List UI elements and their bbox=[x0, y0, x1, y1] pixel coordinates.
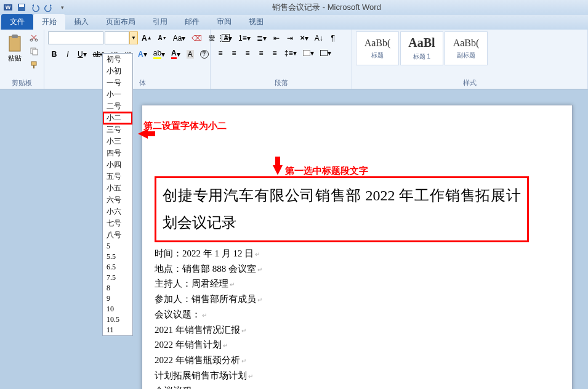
document-line[interactable]: 地点：销售部 888 会议室 bbox=[155, 261, 529, 277]
multilevel-list-button[interactable]: ≣▾ bbox=[254, 31, 269, 44]
style-title[interactable]: AaBb( 标题 bbox=[356, 31, 399, 65]
redo-icon[interactable] bbox=[43, 2, 54, 13]
tab-mailings[interactable]: 邮件 bbox=[176, 14, 208, 30]
font-size-option[interactable]: 七号 bbox=[103, 218, 132, 229]
tab-home[interactable]: 开始 bbox=[33, 14, 65, 30]
document-title-selection[interactable]: 创捷专用汽车有限公司销售部 2022 年工作销售拓展计划会议记录 bbox=[155, 176, 529, 242]
font-size-option[interactable]: 小三 bbox=[103, 136, 132, 147]
font-size-option[interactable]: 八号 bbox=[103, 229, 132, 241]
font-size-option[interactable]: 10 bbox=[103, 304, 132, 314]
font-size-option[interactable]: 10.5 bbox=[103, 314, 132, 325]
clear-formatting-button[interactable]: ⌫ bbox=[189, 31, 204, 44]
document-title[interactable]: 创捷专用汽车有限公司销售部 2022 年工作销售拓展计划会议记录 bbox=[163, 182, 521, 237]
svg-rect-5 bbox=[12, 35, 18, 38]
font-size-option[interactable]: 五号 bbox=[103, 171, 132, 182]
word-app-icon[interactable]: W bbox=[2, 2, 14, 13]
font-size-option[interactable]: 小五 bbox=[103, 182, 132, 194]
document-line[interactable]: 会议议题： bbox=[155, 307, 529, 322]
document-line[interactable]: 计划拓展销售市场计划 bbox=[155, 368, 529, 383]
increase-indent-button[interactable]: ⇥ bbox=[284, 31, 296, 44]
shrink-font-button[interactable]: A▼ bbox=[156, 31, 169, 44]
font-size-input[interactable] bbox=[105, 31, 129, 44]
font-size-option[interactable]: 小六 bbox=[103, 206, 132, 218]
file-tab[interactable]: 文件 bbox=[1, 14, 33, 30]
font-size-option[interactable]: 三号 bbox=[103, 124, 132, 136]
svg-text:W: W bbox=[6, 4, 11, 10]
font-size-option[interactable]: 一号 bbox=[103, 77, 132, 89]
svg-rect-11 bbox=[33, 65, 34, 68]
document-line[interactable]: 参加人：销售部所有成员 bbox=[155, 292, 529, 307]
clipboard-group-label: 剪贴板 bbox=[0, 78, 44, 88]
style-subtitle[interactable]: AaBb( 副标题 bbox=[445, 31, 488, 65]
tab-insert[interactable]: 插入 bbox=[65, 14, 97, 30]
paste-button[interactable]: 粘贴 bbox=[4, 31, 25, 65]
sort-button[interactable]: A↓ bbox=[312, 31, 326, 44]
document-line[interactable]: 主持人：周君经理 bbox=[155, 276, 529, 292]
borders-button[interactable]: ▾ bbox=[318, 46, 334, 59]
format-painter-icon[interactable] bbox=[28, 59, 40, 71]
font-size-option[interactable]: 四号 bbox=[103, 147, 132, 159]
style-subtitle-name: 副标题 bbox=[457, 51, 475, 60]
undo-icon[interactable] bbox=[30, 2, 41, 13]
font-color-button[interactable]: A▾ bbox=[169, 47, 183, 60]
asian-layout-button[interactable]: ✕▾ bbox=[297, 31, 311, 44]
font-size-dropdown-button[interactable]: ▼ bbox=[129, 31, 138, 44]
line-spacing-button[interactable]: ‡≡▾ bbox=[282, 46, 299, 59]
change-case-button[interactable]: Aa▾ bbox=[171, 31, 188, 44]
qat-customize-icon[interactable]: ▾ bbox=[57, 2, 68, 13]
align-left-button[interactable]: ≡ bbox=[214, 46, 227, 59]
font-size-option[interactable]: 5 bbox=[103, 241, 132, 252]
tab-review[interactable]: 审阅 bbox=[208, 14, 240, 30]
tab-references[interactable]: 引用 bbox=[144, 14, 176, 30]
font-size-option[interactable]: 5.5 bbox=[103, 252, 132, 262]
align-right-button[interactable]: ≡ bbox=[241, 46, 254, 59]
grow-font-button[interactable]: A▲ bbox=[139, 31, 155, 44]
font-size-option[interactable]: 小初 bbox=[103, 65, 132, 77]
font-name-input[interactable] bbox=[48, 31, 103, 44]
style-title-preview: AaBb( bbox=[364, 38, 391, 49]
bold-button[interactable]: B bbox=[48, 47, 60, 60]
underline-button[interactable]: U▾ bbox=[75, 47, 89, 60]
font-size-option[interactable]: 初号 bbox=[103, 54, 132, 65]
font-size-option[interactable]: 11 bbox=[103, 325, 132, 335]
document-line[interactable]: 2022 年销售计划 bbox=[155, 337, 529, 353]
distribute-button[interactable]: ≡ bbox=[268, 46, 281, 59]
font-size-option[interactable]: 六号 bbox=[103, 194, 132, 206]
tab-view[interactable]: 视图 bbox=[240, 14, 272, 30]
copy-icon[interactable] bbox=[28, 45, 40, 57]
shading-button[interactable]: ▾ bbox=[300, 46, 316, 59]
bullets-button[interactable]: ⋮≡▾ bbox=[214, 31, 235, 44]
font-size-option[interactable]: 6.5 bbox=[103, 262, 132, 272]
cut-icon[interactable] bbox=[28, 31, 40, 44]
save-icon[interactable] bbox=[16, 2, 27, 13]
annotation-1: 第二设置字体为小二 bbox=[143, 120, 227, 132]
style-subtitle-preview: AaBb( bbox=[453, 38, 480, 49]
document-line[interactable]: 会议议程： bbox=[155, 383, 529, 389]
numbering-button[interactable]: 1≡▾ bbox=[236, 31, 253, 44]
font-size-option[interactable]: 二号 bbox=[103, 100, 132, 112]
justify-button[interactable]: ≡ bbox=[255, 46, 267, 59]
font-size-option[interactable]: 9 bbox=[103, 293, 132, 304]
enclose-char-button[interactable]: 字 bbox=[198, 47, 211, 60]
font-size-option[interactable]: 小二 bbox=[103, 112, 132, 124]
font-size-option[interactable]: 小一 bbox=[103, 89, 132, 100]
document-page[interactable]: 创捷专用汽车有限公司销售部 2022 年工作销售拓展计划会议记录 时间：2022… bbox=[142, 105, 573, 389]
style-heading1[interactable]: AaBl 标题 1 bbox=[400, 31, 443, 65]
text-effects-button[interactable]: A▾ bbox=[135, 47, 150, 60]
font-size-option[interactable]: 8 bbox=[103, 283, 132, 293]
font-size-option[interactable]: 小四 bbox=[103, 159, 132, 171]
decrease-indent-button[interactable]: ⇤ bbox=[270, 31, 283, 44]
char-shading-button[interactable]: A bbox=[184, 47, 196, 60]
document-line[interactable]: 2021 年销售情况汇报 bbox=[155, 322, 529, 338]
italic-button[interactable]: I bbox=[62, 47, 74, 60]
svg-rect-3 bbox=[19, 4, 24, 7]
highlight-color-button[interactable]: ab▾ bbox=[151, 47, 167, 60]
chevron-down-icon: ▼ bbox=[131, 35, 136, 41]
font-size-option[interactable]: 7.5 bbox=[103, 272, 132, 283]
document-line[interactable]: 时间：2022 年 1 月 12 日 bbox=[155, 246, 529, 261]
align-center-button[interactable]: ≡ bbox=[228, 46, 240, 59]
document-line[interactable]: 2022 年销售瓶颈分析 bbox=[155, 353, 529, 368]
show-marks-button[interactable]: ¶ bbox=[327, 31, 339, 44]
tab-pagelayout[interactable]: 页面布局 bbox=[97, 14, 144, 30]
font-size-dropdown[interactable]: 初号小初一号小一二号小二三号小三四号小四五号小五六号小六七号八号55.56.57… bbox=[102, 53, 133, 336]
